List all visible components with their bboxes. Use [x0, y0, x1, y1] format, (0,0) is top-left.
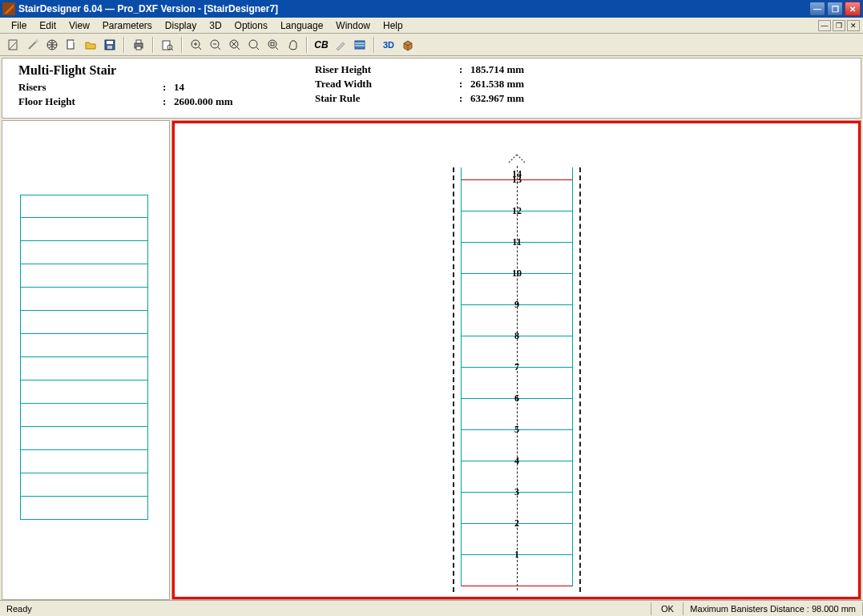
svg-rect-28	[355, 41, 365, 49]
svg-line-27	[276, 47, 278, 50]
new-stair-button[interactable]	[5, 36, 22, 54]
side-stair-preview	[20, 195, 148, 520]
svg-line-15	[199, 47, 201, 50]
globe-button[interactable]	[43, 36, 61, 54]
toolbar: CB 3D	[0, 34, 863, 56]
menu-window[interactable]: Window	[329, 18, 377, 33]
zoom-window-button[interactable]	[264, 36, 282, 54]
maximize-button[interactable]: ❐	[827, 2, 843, 16]
stair-title: Multi-Flight Stair	[18, 63, 315, 78]
svg-rect-10	[136, 46, 141, 50]
direction-arrow-icon	[461, 153, 573, 167]
svg-line-22	[237, 47, 240, 50]
brush-button[interactable]	[332, 36, 349, 54]
status-ok: OK	[651, 602, 684, 615]
wizard-button[interactable]	[24, 36, 42, 54]
main-panel[interactable]: 14 13 12 11 10 9 8 7 6 5 4 3 2 1	[171, 120, 861, 600]
menu-bar: File Edit View Parameters Display 3D Opt…	[0, 18, 863, 34]
guide-line-right	[579, 167, 581, 592]
guide-line-left	[453, 167, 454, 592]
open-file-button[interactable]	[82, 36, 99, 54]
toolbar-separator	[181, 37, 183, 53]
window-controls: — ❐ ✕	[809, 2, 861, 16]
layers-button[interactable]	[351, 36, 369, 54]
zoom-in-button[interactable]	[188, 36, 205, 54]
toolbar-separator	[152, 37, 154, 53]
svg-rect-6	[107, 41, 113, 44]
mdi-restore-button[interactable]: ❐	[833, 20, 845, 31]
minimize-button[interactable]: —	[809, 2, 825, 16]
tread-width-value: 261.538 mm	[470, 78, 524, 91]
svg-rect-26	[271, 42, 274, 46]
3d-button[interactable]: 3D	[380, 36, 397, 54]
cb-button[interactable]: CB	[313, 36, 330, 54]
menu-3d[interactable]: 3D	[203, 18, 228, 33]
menu-language[interactable]: Language	[274, 18, 329, 33]
svg-point-1	[35, 39, 38, 42]
zoom-fit-button[interactable]	[226, 36, 244, 54]
svg-line-24	[256, 47, 259, 50]
info-panel: Multi-Flight Stair Risers : 14 Floor Hei…	[2, 58, 861, 119]
pan-button[interactable]	[284, 36, 301, 54]
zoom-reset-button[interactable]	[245, 36, 263, 54]
toolbar-separator	[373, 37, 375, 53]
toolbar-separator	[306, 37, 308, 53]
app-icon	[2, 2, 15, 15]
stair-rule-value: 632.967 mm	[470, 92, 524, 105]
zoom-out-button[interactable]	[207, 36, 224, 54]
menu-view[interactable]: View	[63, 18, 96, 33]
status-bar: Ready OK Maximum Banisters Distance : 98…	[0, 600, 863, 616]
new-file-button[interactable]	[63, 36, 80, 54]
menu-options[interactable]: Options	[228, 18, 274, 33]
work-area: 14 13 12 11 10 9 8 7 6 5 4 3 2 1	[2, 120, 861, 600]
menu-display[interactable]: Display	[159, 18, 203, 33]
close-button[interactable]: ✕	[845, 2, 861, 16]
riser-height-label: Riser Height	[315, 63, 459, 76]
stair-rule-label: Stair Rule	[315, 92, 459, 105]
status-banisters: Maximum Banisters Distance : 98.000 mm	[684, 602, 863, 615]
side-panel[interactable]	[2, 120, 170, 600]
svg-line-19	[218, 47, 220, 50]
save-button[interactable]	[101, 36, 119, 54]
floor-height-value: 2600.000 mm	[174, 95, 233, 108]
status-ready: Ready	[0, 602, 651, 615]
svg-marker-4	[74, 40, 76, 42]
menu-file[interactable]: File	[5, 18, 33, 33]
svg-rect-9	[136, 40, 141, 43]
risers-value: 14	[174, 81, 184, 94]
tread-width-label: Tread Width	[315, 78, 459, 91]
svg-rect-7	[107, 46, 112, 49]
svg-point-25	[268, 40, 276, 48]
print-button[interactable]	[130, 36, 147, 54]
menu-edit[interactable]: Edit	[33, 18, 63, 33]
window-title: StairDesigner 6.04 — Pro_DXF Version - […	[18, 3, 809, 14]
preview-button[interactable]	[159, 36, 176, 54]
mdi-minimize-button[interactable]: —	[818, 20, 831, 31]
toolbar-separator	[123, 37, 125, 53]
stair-plan-view: 14 13 12 11 10 9 8 7 6 5 4 3 2 1	[461, 153, 573, 586]
riser-height-value: 185.714 mm	[470, 63, 524, 76]
mdi-close-button[interactable]: ✕	[847, 20, 860, 31]
svg-line-13	[171, 49, 173, 50]
3d-view-button[interactable]	[399, 36, 417, 54]
svg-rect-3	[67, 40, 74, 49]
svg-point-23	[249, 40, 257, 48]
risers-label: Risers	[18, 81, 163, 94]
floor-height-label: Floor Height	[18, 95, 163, 108]
mdi-controls: — ❐ ✕	[818, 20, 860, 31]
menu-help[interactable]: Help	[377, 18, 409, 33]
tread-1[interactable]: 1	[461, 555, 573, 586]
menu-parameters[interactable]: Parameters	[96, 18, 159, 33]
title-bar: StairDesigner 6.04 — Pro_DXF Version - […	[0, 0, 863, 18]
